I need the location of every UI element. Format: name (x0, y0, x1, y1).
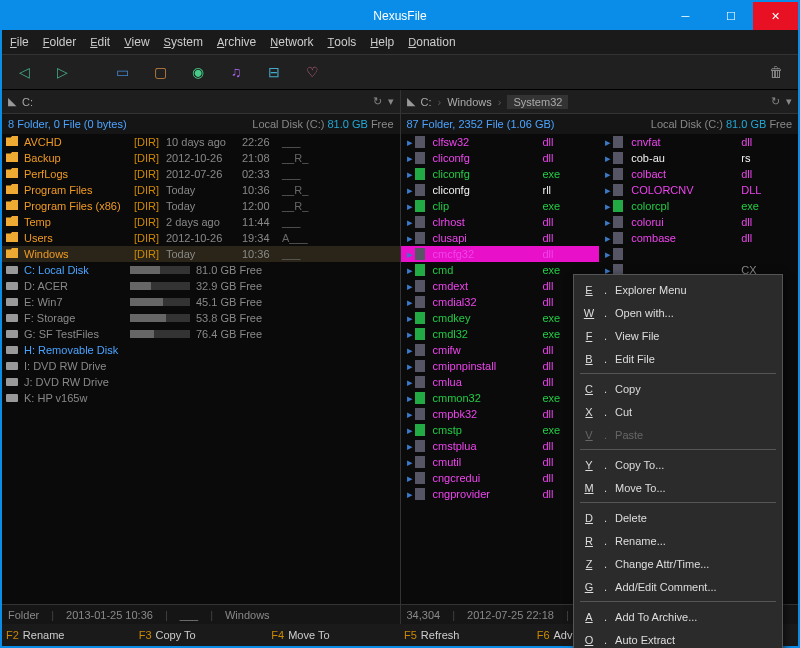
drive-row[interactable]: C: Local Disk81.0 GB Free (2, 262, 400, 278)
menu-network[interactable]: Network (270, 35, 313, 49)
file-row[interactable]: ▸cmmon32exe (401, 390, 600, 406)
view-button[interactable]: ▭ (108, 60, 136, 84)
close-button[interactable]: ✕ (753, 2, 798, 30)
folder-row[interactable]: Temp[DIR]2 days ago11:44___ (2, 214, 400, 230)
folder-row[interactable]: Program Files[DIR]Today10:36__R_ (2, 182, 400, 198)
file-row[interactable]: ▸cmluadll (401, 374, 600, 390)
menu-view[interactable]: View (124, 35, 149, 49)
file-row[interactable]: ▸cmcfg32dll (401, 246, 600, 262)
file-row[interactable]: ▸cmipnpinstalldll (401, 358, 600, 374)
file-row[interactable]: ▸clipexe (401, 198, 600, 214)
file-row[interactable]: ▸cliconfgrll (401, 182, 600, 198)
file-row[interactable]: ▸combasedll (599, 230, 798, 246)
right-pathbar[interactable]: ◣ C: › Windows › System32 ↻ ▾ (401, 90, 799, 114)
folder-button[interactable]: ▢ (146, 60, 174, 84)
ctx-open-with-[interactable]: W.Open with... (574, 301, 782, 324)
ctx-add-to-archive-[interactable]: A.Add To Archive... (574, 605, 782, 628)
fkey-F5[interactable]: F5Refresh (400, 629, 533, 641)
ctx-add-edit-comment-[interactable]: G.Add/Edit Comment... (574, 575, 782, 598)
file-row[interactable]: ▸cngproviderdll (401, 486, 600, 502)
drive-row[interactable]: F: Storage53.8 GB Free (2, 310, 400, 326)
file-row[interactable]: ▸cmutildll (401, 454, 600, 470)
menu-donation[interactable]: Donation (408, 35, 455, 49)
titlebar[interactable]: NexusFile ─ ☐ ✕ (2, 2, 798, 30)
fkey-F3[interactable]: F3Copy To (135, 629, 268, 641)
menu-system[interactable]: System (164, 35, 203, 49)
file-row[interactable]: ▸cob-aurs (599, 150, 798, 166)
drive-row[interactable]: J: DVD RW Drive (2, 374, 400, 390)
file-row[interactable]: ▸clrhostdll (401, 214, 600, 230)
favorite-button[interactable]: ♡ (298, 60, 326, 84)
path-crumb[interactable]: C: (22, 96, 33, 108)
drive-row[interactable]: E: Win745.1 GB Free (2, 294, 400, 310)
refresh-icon[interactable]: ↻ (771, 95, 780, 108)
ctx-explorer-menu[interactable]: E.Explorer Menu (574, 278, 782, 301)
folder-row[interactable]: Users[DIR]2012-10-2619:34A___ (2, 230, 400, 246)
file-row[interactable]: ▸cmdial32dll (401, 294, 600, 310)
menu-help[interactable]: Help (370, 35, 394, 49)
folder-row[interactable]: AVCHD[DIR]10 days ago22:26___ (2, 134, 400, 150)
folder-row[interactable]: Program Files (x86)[DIR]Today12:00__R_ (2, 198, 400, 214)
ctx-move-to-[interactable]: M.Move To... (574, 476, 782, 499)
menu-file[interactable]: File (10, 35, 29, 49)
camera-button[interactable]: ◉ (184, 60, 212, 84)
minimize-button[interactable]: ─ (663, 2, 708, 30)
refresh-icon[interactable]: ↻ (373, 95, 382, 108)
file-row[interactable]: ▸colorcplexe (599, 198, 798, 214)
dropdown-icon[interactable]: ▾ (388, 95, 394, 108)
file-row[interactable]: ▸cliconfgdll (401, 150, 600, 166)
file-row[interactable]: ▸cmdextdll (401, 278, 600, 294)
drive-row[interactable]: G: SF TestFiles76.4 GB Free (2, 326, 400, 342)
path-crumb[interactable]: C: (421, 96, 432, 108)
drive-row[interactable]: D: ACER32.9 GB Free (2, 278, 400, 294)
file-row[interactable]: ▸cmpbk32dll (401, 406, 600, 422)
ctx-delete[interactable]: D.Delete (574, 506, 782, 529)
file-row[interactable]: ▸cmdl32exe (401, 326, 600, 342)
maximize-button[interactable]: ☐ (708, 2, 753, 30)
file-row[interactable]: ▸coloruidll (599, 214, 798, 230)
ctx-cut[interactable]: X.Cut (574, 400, 782, 423)
nav-back-button[interactable]: ◁ (10, 60, 38, 84)
ctx-copy-to-[interactable]: Y.Copy To... (574, 453, 782, 476)
menu-edit[interactable]: Edit (90, 35, 110, 49)
music-button[interactable]: ♫ (222, 60, 250, 84)
ctx-change-attr-time-[interactable]: Z.Change Attr/Time... (574, 552, 782, 575)
ctx-copy[interactable]: C.Copy (574, 377, 782, 400)
drive-row[interactable]: K: HP v165w (2, 390, 400, 406)
file-row[interactable]: ▸cmstpexe (401, 422, 600, 438)
file-row[interactable]: ▸clfsw32dll (401, 134, 600, 150)
file-row[interactable]: ▸COLORCNVDLL (599, 182, 798, 198)
folder-row[interactable]: Backup[DIR]2012-10-2621:08__R_ (2, 150, 400, 166)
fkey-F4[interactable]: F4Move To (267, 629, 400, 641)
disk-button[interactable]: ⊟ (260, 60, 288, 84)
menu-folder[interactable]: Folder (43, 35, 76, 49)
menu-tools[interactable]: Tools (328, 35, 357, 49)
file-row[interactable]: ▸cmstpluadll (401, 438, 600, 454)
path-crumb[interactable]: System32 (507, 95, 568, 109)
ctx-edit-file[interactable]: B.Edit File (574, 347, 782, 370)
file-row[interactable]: ▸colbactdll (599, 166, 798, 182)
file-row[interactable]: ▸cmdexe (401, 262, 600, 278)
left-pathbar[interactable]: ◣ C: ↻ ▾ (2, 90, 400, 114)
file-row[interactable]: ▸cmdkeyexe (401, 310, 600, 326)
menu-archive[interactable]: Archive (217, 35, 256, 49)
folder-row[interactable]: Windows[DIR]Today10:36___ (2, 246, 400, 262)
file-row[interactable]: ▸cmifwdll (401, 342, 600, 358)
ctx-view-file[interactable]: F.View File (574, 324, 782, 347)
ctx-auto-extract[interactable]: O.Auto Extract (574, 628, 782, 648)
folder-row[interactable]: PerfLogs[DIR]2012-07-2602:33___ (2, 166, 400, 182)
file-row[interactable]: ▸cliconfgexe (401, 166, 600, 182)
file-row[interactable]: ▸cnvfatdll (599, 134, 798, 150)
trash-button[interactable]: 🗑 (762, 60, 790, 84)
ctx-rename-[interactable]: R.Rename... (574, 529, 782, 552)
path-crumb[interactable]: Windows (447, 96, 492, 108)
file-row[interactable]: ▸ (599, 246, 798, 262)
file-row[interactable]: ▸clusapidll (401, 230, 600, 246)
drive-row[interactable]: I: DVD RW Drive (2, 358, 400, 374)
left-filelist[interactable]: AVCHD[DIR]10 days ago22:26___Backup[DIR]… (2, 134, 400, 604)
drive-row[interactable]: H: Removable Disk (2, 342, 400, 358)
dropdown-icon[interactable]: ▾ (786, 95, 792, 108)
nav-forward-button[interactable]: ▷ (48, 60, 76, 84)
fkey-F2[interactable]: F2Rename (2, 629, 135, 641)
file-row[interactable]: ▸cngcreduidll (401, 470, 600, 486)
